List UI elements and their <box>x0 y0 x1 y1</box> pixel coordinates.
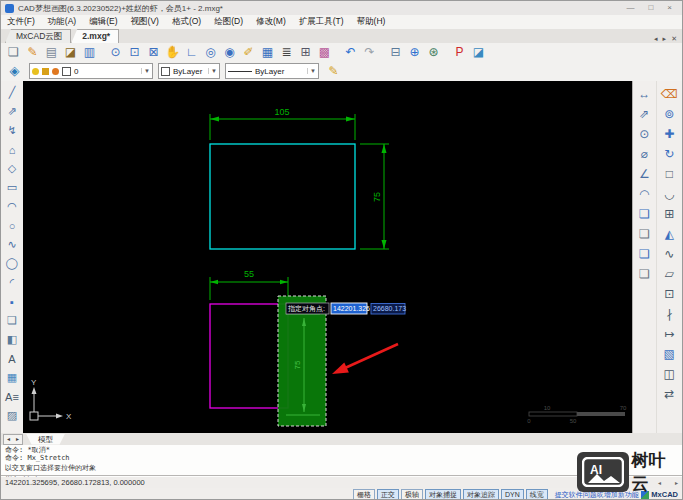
print-icon[interactable]: ⊟ <box>386 44 405 60</box>
copy-icon[interactable]: ⊚ <box>659 104 679 124</box>
join-icon[interactable]: ⇄ <box>659 384 679 404</box>
draw-order-pencil-icon[interactable]: ✐ <box>239 44 258 60</box>
dim-arc-icon[interactable]: ◠ <box>634 184 654 204</box>
menu-item[interactable]: 视图(V) <box>131 16 159 28</box>
line-icon[interactable]: ╱ <box>3 83 21 102</box>
paste-object-icon[interactable]: ❏ <box>634 224 654 244</box>
block-create-icon[interactable]: ◧ <box>3 330 21 349</box>
drawing-canvas[interactable]: 105 75 55 <box>23 81 635 433</box>
menu-item[interactable]: 功能(A) <box>48 16 76 28</box>
web-sphere-icon[interactable]: ⊛ <box>424 44 443 60</box>
table-icon[interactable]: ▦ <box>258 44 277 60</box>
zoom-dynamic-icon[interactable]: ∟ <box>182 44 201 60</box>
dimension-55[interactable] <box>210 277 288 300</box>
dim-angular-icon[interactable]: ∠ <box>634 164 654 184</box>
palette-icon[interactable]: ▩ <box>315 44 334 60</box>
ellipse-icon[interactable]: ◯ <box>3 254 21 273</box>
rectangle-icon[interactable]: ▭ <box>3 178 21 197</box>
magenta-rectangle[interactable] <box>210 304 288 408</box>
maximize-button[interactable]: □ <box>648 1 653 15</box>
linetype-edit-pencil-icon[interactable]: ✎ <box>324 63 343 79</box>
cyan-rectangle[interactable] <box>210 144 355 249</box>
linetype-select[interactable]: ByLayer ▼ <box>225 63 319 79</box>
rotate-icon[interactable]: ↻ <box>659 144 679 164</box>
open-edit-icon[interactable]: ✎ <box>23 44 42 60</box>
mtext-icon[interactable]: ≣ <box>277 44 296 60</box>
copy-object-icon[interactable]: ❏ <box>634 204 654 224</box>
block-insert-icon[interactable]: ❏ <box>3 311 21 330</box>
cursor-coordinates: 142201.325695, 26680.172813, 0.000000 <box>5 478 145 487</box>
polygon-icon[interactable]: ⌂ <box>3 140 21 159</box>
color-select[interactable]: ByLayer ▼ <box>158 63 220 79</box>
arc-icon[interactable]: ◠ <box>3 197 21 216</box>
ellipse-arc-icon[interactable]: ◜ <box>3 273 21 292</box>
array-icon[interactable]: ⊞ <box>659 204 679 224</box>
hatch-icon[interactable]: ▨ <box>3 406 21 425</box>
offset-icon[interactable]: □ <box>659 164 679 184</box>
minimize-button[interactable]: — <box>626 1 634 15</box>
sheet-next-button[interactable]: ▸ <box>13 435 22 444</box>
image-insert-icon[interactable]: ▦ <box>3 368 21 387</box>
close-button[interactable]: × <box>667 1 672 15</box>
tab-2mxg[interactable]: 2.mxg* <box>71 29 119 43</box>
web-publish-icon[interactable]: ⊕ <box>405 44 424 60</box>
ray-icon[interactable]: ⇗ <box>3 102 21 121</box>
dim-radius-icon[interactable]: ⊙ <box>634 124 654 144</box>
sheet-prev-button[interactable]: ◂ <box>4 435 13 444</box>
zoom-extents-icon[interactable]: ⊠ <box>144 44 163 60</box>
menu-item[interactable]: 修改(M) <box>256 16 286 28</box>
menu-item[interactable]: 编辑(E) <box>89 16 117 28</box>
move-icon[interactable]: ✚ <box>659 124 679 144</box>
break-icon[interactable]: ◫ <box>659 364 679 384</box>
polygon-irregular-icon[interactable]: ◇ <box>3 159 21 178</box>
box-3d-icon[interactable]: ▧ <box>659 344 679 364</box>
spline-edit-icon[interactable]: ∿ <box>659 244 679 264</box>
save-icon[interactable]: ▤ <box>42 44 61 60</box>
layers-manager-icon[interactable]: ◈ <box>5 63 24 79</box>
pedit-icon[interactable]: ◡ <box>659 184 679 204</box>
point-icon[interactable]: ▪ <box>3 292 21 311</box>
layer-select[interactable]: 0 ▼ <box>29 63 153 79</box>
paste-block-icon[interactable]: ❏ <box>634 264 654 284</box>
tab-mxcad-cloud[interactable]: MxCAD云图 <box>5 29 71 43</box>
menu-item[interactable]: 文件(F) <box>7 16 35 28</box>
zoom-circle-icon[interactable]: ◎ <box>201 44 220 60</box>
dim-diameter-icon[interactable]: ⌀ <box>634 144 654 164</box>
erase-icon[interactable]: ⌫ <box>659 84 679 104</box>
text-style-icon[interactable]: A≡ <box>3 387 21 406</box>
model-space-tab[interactable]: 模型 <box>26 434 65 445</box>
scale-icon[interactable]: ⊡ <box>659 284 679 304</box>
circle-icon[interactable]: ○ <box>3 216 21 235</box>
menu-item[interactable]: 格式(O) <box>172 16 201 28</box>
clipboard-icon[interactable]: ⊞ <box>296 44 315 60</box>
tab-prev-button[interactable]: ◂ <box>654 35 658 43</box>
copy-block-icon[interactable]: ❏ <box>634 244 654 264</box>
dim-linear-icon[interactable]: ↔ <box>634 84 654 104</box>
extend-icon[interactable]: ↦ <box>659 324 679 344</box>
open-folder-icon[interactable]: ◪ <box>61 44 80 60</box>
tab-next-button[interactable]: ▸ <box>663 35 667 43</box>
redo-icon[interactable]: ↷ <box>360 44 379 60</box>
undo-icon[interactable]: ↶ <box>341 44 360 60</box>
pdf-export-icon[interactable]: P <box>450 44 469 60</box>
zoom-center-icon[interactable]: ◉ <box>220 44 239 60</box>
menu-item[interactable]: 绘图(D) <box>214 16 243 28</box>
menu-item[interactable]: 扩展工具(T) <box>299 16 344 28</box>
menu-item[interactable]: 帮助(H) <box>357 16 386 28</box>
new-file-icon[interactable]: ❏ <box>4 44 23 60</box>
save-as-icon[interactable]: ▥ <box>80 44 99 60</box>
tab-close-button[interactable]: ✕ <box>671 35 677 43</box>
image-export-icon[interactable]: ◪ <box>469 44 488 60</box>
zoom-window-icon[interactable]: ⊡ <box>125 44 144 60</box>
dim-aligned-icon[interactable]: ⇗ <box>634 104 654 124</box>
dimension-105[interactable] <box>210 114 355 140</box>
text-icon[interactable]: A <box>3 349 21 368</box>
stretch-icon[interactable]: ▱ <box>659 264 679 284</box>
pan-hand-icon[interactable]: ✋ <box>163 44 182 60</box>
mirror-icon[interactable]: ◭ <box>659 224 679 244</box>
crossing-selection-window[interactable] <box>278 296 326 426</box>
spline-icon[interactable]: ∿ <box>3 235 21 254</box>
trim-icon[interactable]: ∤ <box>659 304 679 324</box>
zoom-previous-icon[interactable]: ⊙ <box>106 44 125 60</box>
polyline-icon[interactable]: ↯ <box>3 121 21 140</box>
